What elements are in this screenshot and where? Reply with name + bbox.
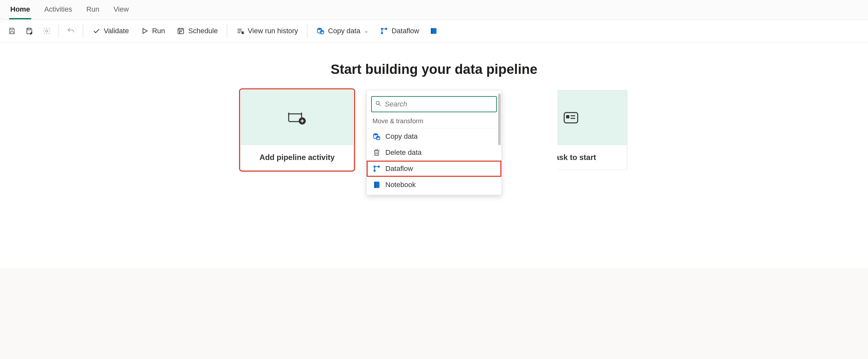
card-illustration	[241, 90, 353, 145]
dataflow-icon	[380, 27, 388, 35]
copy-data-label: Copy data	[328, 27, 360, 35]
chevron-down-icon: ⌄	[364, 28, 368, 34]
ribbon-separator	[307, 25, 307, 37]
tab-view[interactable]: View	[112, 0, 130, 19]
svg-point-0	[46, 30, 48, 32]
svg-rect-22	[374, 182, 375, 188]
svg-point-17	[376, 136, 380, 137]
add-pipeline-activity-card[interactable]: Add pipeline activity	[241, 90, 353, 170]
notebook-icon	[372, 181, 381, 189]
svg-point-4	[180, 32, 180, 33]
save-as-icon	[25, 27, 33, 35]
history-icon	[236, 27, 245, 35]
dropdown-item-label: Notebook	[385, 181, 415, 189]
dropdown-item-copy-data[interactable]: Copy data	[367, 128, 501, 144]
page-title: Start building your data pipeline	[13, 62, 855, 77]
copy-data-button[interactable]: Copy data ⌄	[312, 25, 373, 37]
ribbon: Validate Run Schedule View run history C…	[0, 20, 868, 42]
svg-point-15	[376, 101, 379, 105]
svg-point-10	[381, 32, 383, 34]
activity-dropdown: Move & transform Copy data Delete data D…	[366, 90, 502, 195]
dataflow-button[interactable]: Dataflow	[375, 25, 424, 37]
validate-label: Validate	[104, 27, 129, 35]
ribbon-tabs: Home Activities Run View	[0, 0, 868, 20]
dropdown-item-label: Delete data	[385, 148, 422, 157]
svg-point-18	[373, 165, 376, 168]
check-icon	[92, 27, 100, 35]
card-title: a task to start	[515, 145, 627, 170]
task-icon	[563, 111, 579, 125]
dropdown-item-label: Copy data	[385, 132, 417, 141]
dropdown-item-dataflow[interactable]: Dataflow	[367, 161, 501, 177]
search-input[interactable]	[371, 96, 497, 112]
calendar-icon	[177, 27, 185, 35]
svg-point-7	[320, 30, 324, 32]
gear-icon	[42, 27, 51, 35]
undo-icon	[67, 27, 75, 35]
dropdown-item-label: Dataflow	[385, 165, 413, 173]
save-icon	[8, 27, 16, 35]
dropdown-item-notebook[interactable]: Notebook	[367, 177, 501, 193]
settings-button[interactable]	[39, 25, 54, 37]
film-icon	[430, 27, 438, 35]
card-illustration	[515, 90, 627, 145]
svg-point-9	[385, 28, 388, 30]
tab-activities[interactable]: Activities	[43, 0, 73, 19]
svg-point-19	[378, 165, 380, 168]
choose-task-card[interactable]: a task to start	[515, 90, 627, 170]
tab-run[interactable]: Run	[85, 0, 100, 19]
ribbon-separator	[227, 25, 227, 37]
svg-point-2	[180, 31, 180, 32]
svg-point-16	[373, 133, 378, 136]
search-icon	[375, 100, 381, 108]
svg-point-20	[373, 170, 376, 172]
svg-rect-12	[431, 28, 432, 33]
dropdown-item-delete-data[interactable]: Delete data	[367, 144, 501, 161]
run-label: Run	[152, 27, 165, 35]
schedule-label: Schedule	[188, 27, 218, 35]
save-button[interactable]	[4, 25, 19, 37]
play-icon	[141, 27, 149, 35]
undo-button[interactable]	[63, 25, 78, 37]
copy-data-icon	[372, 132, 381, 141]
svg-point-8	[381, 28, 383, 30]
dropdown-group-label: Move & transform	[367, 115, 501, 128]
canvas: Start building your data pipeline Add pi…	[0, 42, 868, 268]
view-run-history-button[interactable]: View run history	[232, 25, 303, 37]
run-button[interactable]: Run	[136, 25, 169, 37]
tab-home[interactable]: Home	[9, 0, 31, 19]
card-title: Add pipeline activity	[241, 145, 353, 170]
save-as-button[interactable]	[22, 25, 37, 37]
trash-icon	[372, 148, 381, 157]
svg-rect-24	[566, 115, 569, 118]
scrollbar-thumb[interactable]	[498, 93, 501, 145]
copy-data-icon	[316, 27, 325, 35]
more-button[interactable]	[426, 25, 441, 37]
validate-button[interactable]: Validate	[88, 25, 133, 37]
ribbon-separator	[59, 25, 59, 37]
dataflow-label: Dataflow	[392, 27, 419, 35]
view-run-history-label: View run history	[248, 27, 298, 35]
svg-point-6	[317, 28, 321, 30]
schedule-button[interactable]: Schedule	[172, 25, 222, 37]
ribbon-separator	[83, 25, 83, 37]
dataflow-icon	[372, 165, 381, 173]
pipeline-activity-icon	[287, 111, 307, 125]
svg-point-3	[181, 31, 181, 32]
